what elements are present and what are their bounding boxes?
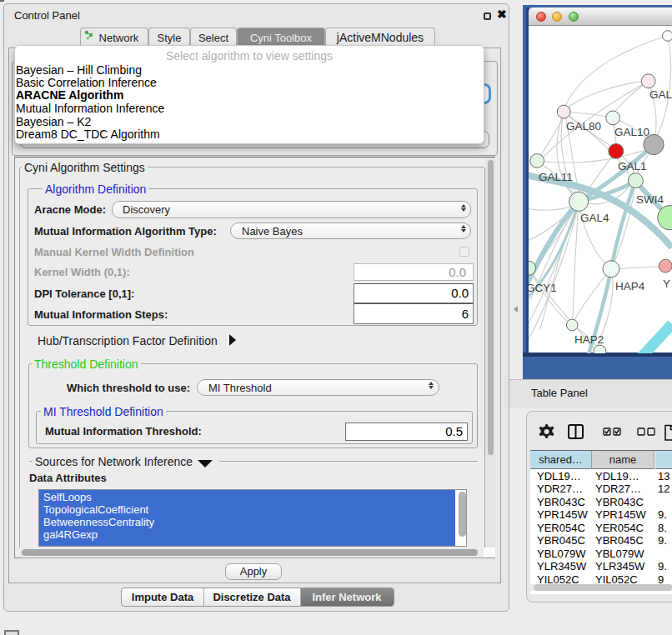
svg-text:GCY1: GCY1 [529, 282, 557, 294]
svg-text:HAP4: HAP4 [615, 280, 645, 292]
svg-text:GAL7: GAL7 [649, 88, 672, 101]
svg-text:GAL11: GAL11 [539, 171, 573, 183]
svg-text:SWI4: SWI4 [636, 193, 664, 206]
svg-text:GAL80: GAL80 [566, 120, 601, 132]
svg-text:GAL10: GAL10 [614, 126, 649, 138]
svg-text:GAL4: GAL4 [580, 212, 609, 224]
svg-text:Y: Y [663, 278, 670, 290]
svg-text:GAL1: GAL1 [618, 160, 647, 172]
svg-text:HAP2: HAP2 [574, 333, 604, 346]
